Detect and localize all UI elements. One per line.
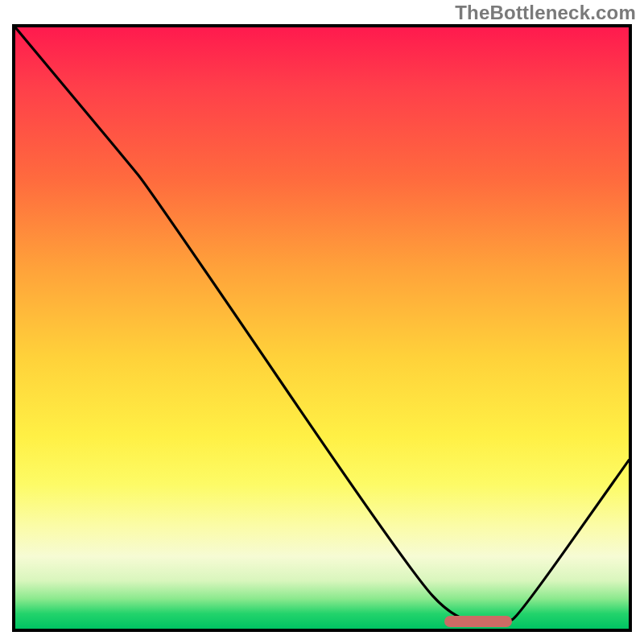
bottleneck-curve [15,27,629,629]
curve-path [15,27,629,623]
optimal-range-marker [444,616,512,627]
chart-container: TheBottleneck.com [0,0,644,644]
watermark-text: TheBottleneck.com [455,2,636,24]
plot-area [12,24,632,632]
